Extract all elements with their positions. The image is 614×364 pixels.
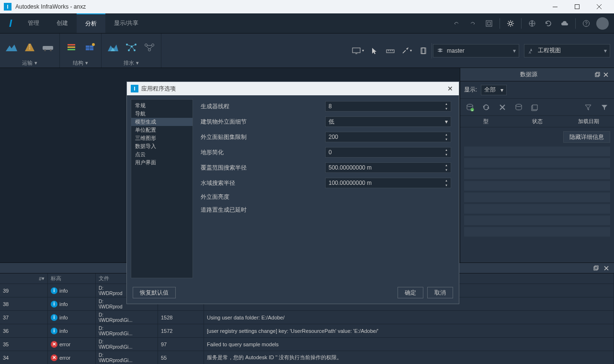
panel-restore-icon[interactable] (593, 70, 602, 79)
ds-empty-row (464, 158, 610, 168)
spin-input[interactable]: 200▲▼ (325, 132, 451, 142)
window-titlebar: I Autodesk InfraWorks - anxz (0, 0, 614, 13)
svg-point-26 (148, 49, 151, 51)
window-title: Autodesk InfraWorks - anxz (15, 3, 544, 10)
tools-icon[interactable]: ▾ (399, 43, 414, 58)
svg-rect-42 (594, 267, 597, 270)
ds-empty-row (464, 147, 610, 156)
select-input[interactable]: 低▾ (325, 116, 451, 127)
restore-defaults-button[interactable]: 恢复默认值 (133, 287, 176, 298)
display-label: 显示: (464, 86, 477, 94)
field-row: 道路置生成已延时 (201, 206, 451, 214)
svg-rect-13 (68, 46, 75, 48)
menu-analyze[interactable]: 分析 (77, 13, 105, 33)
help-icon[interactable]: ? (579, 16, 594, 31)
cancel-button[interactable]: 取消 (427, 287, 453, 298)
screen-icon[interactable]: ▾ (350, 43, 365, 58)
ds-empty-row (464, 227, 610, 237)
svg-rect-3 (488, 22, 490, 25)
category-item[interactable]: 常规 (131, 102, 193, 110)
field-label: 水域搜索半径 (201, 179, 325, 187)
spin-input[interactable]: 8▲▼ (325, 101, 451, 112)
category-item[interactable]: 三维图形 (131, 134, 193, 142)
watershed-icon[interactable] (106, 41, 120, 54)
category-list: 常规导航模型生成单位配置三维图形数据导入点云用户界面 (131, 99, 193, 278)
data-source-panel: 数据源 显示: 全部▾ + 型 状态 加载日期 隐藏详细信息 (460, 68, 614, 262)
log-row[interactable]: 36iinfoD:\IWDRprod\Gi...1572[user regist… (0, 324, 614, 338)
script-icon[interactable] (529, 102, 541, 113)
layers-icon (436, 47, 444, 54)
menu-display-share[interactable]: 显示/共享 (105, 13, 147, 33)
solar-icon[interactable] (83, 41, 96, 54)
category-item[interactable]: 点云 (131, 150, 193, 159)
refresh-db-icon[interactable] (480, 102, 492, 113)
category-item[interactable]: 导航 (131, 110, 193, 118)
view-dropdown[interactable]: A 工程视图 ▾ (524, 44, 610, 57)
user-avatar[interactable] (595, 16, 610, 31)
globe-icon[interactable] (524, 16, 540, 31)
category-item[interactable]: 用户界面 (131, 159, 193, 167)
layers-icon[interactable] (65, 41, 78, 54)
flow-icon[interactable] (143, 41, 156, 54)
svg-rect-1 (575, 5, 580, 9)
category-item[interactable]: 单位配置 (131, 126, 193, 134)
category-item[interactable]: 模型生成 (131, 118, 193, 126)
panel-restore-icon[interactable] (592, 264, 600, 272)
network-icon[interactable] (125, 41, 138, 54)
ribbon-group-transport: 运输 ▾ (0, 34, 60, 68)
panel-close-icon[interactable] (603, 264, 610, 272)
display-filter-dropdown[interactable]: 全部▾ (481, 85, 507, 95)
category-item[interactable]: 数据导入 (131, 142, 193, 150)
db-icon[interactable] (513, 102, 524, 113)
delete-icon[interactable] (497, 102, 508, 113)
svg-rect-43 (595, 266, 598, 269)
panel-close-icon[interactable] (602, 70, 610, 79)
spin-input[interactable]: 100.00000000 m▲▼ (325, 178, 451, 188)
log-row[interactable]: 34✕errorD:\IWDRprod\Gi...55服务是常，您的 Autod… (0, 351, 614, 364)
redo-icon[interactable] (465, 16, 480, 31)
log-row[interactable]: 37iinfoD:\IWDRprod\Gi...1528Using user d… (0, 311, 614, 324)
undo-icon[interactable] (449, 16, 464, 31)
hide-details-button[interactable]: 隐藏详细信息 (563, 131, 610, 143)
svg-point-18 (92, 43, 95, 46)
svg-rect-34 (422, 48, 426, 54)
measure-icon[interactable] (383, 43, 398, 58)
app-logo[interactable]: I (2, 13, 19, 33)
filter-icon[interactable] (582, 102, 594, 113)
cloud-icon[interactable] (557, 16, 572, 31)
ok-button[interactable]: 确定 (398, 287, 423, 298)
pointer-icon[interactable] (366, 43, 382, 58)
menu-manage[interactable]: 管理 (19, 13, 48, 33)
dialog-close-icon[interactable]: ✕ (445, 84, 455, 93)
svg-rect-37 (596, 72, 600, 76)
ds-empty-row (464, 181, 610, 191)
minimize-button[interactable] (544, 0, 566, 13)
menu-create[interactable]: 创建 (48, 13, 77, 33)
road-icon[interactable] (23, 41, 36, 54)
filter2-icon[interactable] (599, 102, 610, 113)
ds-columns-header: 型 状态 加载日期 (460, 116, 614, 127)
settings-icon[interactable] (503, 16, 518, 31)
bookmark-icon[interactable] (415, 43, 431, 58)
menubar: I 管理 创建 分析 显示/共享 ? (0, 13, 614, 34)
terrain-icon[interactable] (5, 41, 18, 54)
add-db-icon[interactable]: + (464, 102, 476, 113)
field-row: 建筑物外立面细节低▾ (201, 116, 451, 127)
field-row: 外立面亮度 (201, 193, 451, 201)
dialog-icon: I (131, 85, 138, 92)
field-row: 地形简化0▲▼ (201, 147, 451, 158)
proposal-dropdown[interactable]: master ▾ (433, 44, 519, 57)
dialog-title: 应用程序选项 (141, 85, 445, 93)
vehicle-icon[interactable] (41, 41, 55, 54)
compass-icon: A (527, 47, 535, 54)
spin-input[interactable]: 500.00000000 m▲▼ (325, 162, 451, 173)
maximize-button[interactable] (566, 0, 588, 13)
refresh-icon[interactable] (541, 16, 556, 31)
svg-rect-2 (486, 21, 492, 26)
fullscreen-icon[interactable] (481, 16, 497, 31)
log-row[interactable]: 35✕errorD:\IWDRprod\Gi...97Failed to que… (0, 338, 614, 351)
svg-point-4 (509, 22, 512, 25)
ds-empty-row (464, 204, 610, 214)
spin-input[interactable]: 0▲▼ (325, 147, 451, 158)
close-button[interactable] (588, 0, 610, 13)
